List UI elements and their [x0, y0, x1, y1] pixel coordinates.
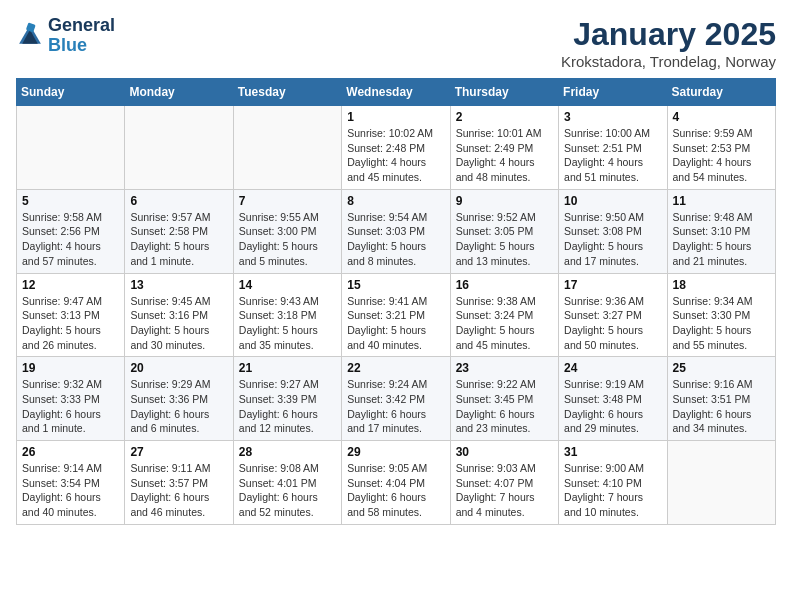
calendar-cell: 20Sunrise: 9:29 AM Sunset: 3:36 PM Dayli…	[125, 357, 233, 441]
day-number: 5	[22, 194, 119, 208]
calendar-cell: 31Sunrise: 9:00 AM Sunset: 4:10 PM Dayli…	[559, 441, 667, 525]
day-info: Sunrise: 9:24 AM Sunset: 3:42 PM Dayligh…	[347, 377, 444, 436]
calendar-cell: 2Sunrise: 10:01 AM Sunset: 2:49 PM Dayli…	[450, 106, 558, 190]
day-number: 13	[130, 278, 227, 292]
calendar-cell: 13Sunrise: 9:45 AM Sunset: 3:16 PM Dayli…	[125, 273, 233, 357]
calendar-cell	[17, 106, 125, 190]
day-info: Sunrise: 9:08 AM Sunset: 4:01 PM Dayligh…	[239, 461, 336, 520]
day-number: 31	[564, 445, 661, 459]
day-number: 16	[456, 278, 553, 292]
day-number: 6	[130, 194, 227, 208]
calendar-cell: 21Sunrise: 9:27 AM Sunset: 3:39 PM Dayli…	[233, 357, 341, 441]
calendar-cell: 23Sunrise: 9:22 AM Sunset: 3:45 PM Dayli…	[450, 357, 558, 441]
calendar-cell: 5Sunrise: 9:58 AM Sunset: 2:56 PM Daylig…	[17, 189, 125, 273]
logo-text: General Blue	[48, 16, 115, 56]
day-number: 24	[564, 361, 661, 375]
day-number: 15	[347, 278, 444, 292]
day-number: 18	[673, 278, 770, 292]
weekday-header: Tuesday	[233, 79, 341, 106]
day-info: Sunrise: 9:22 AM Sunset: 3:45 PM Dayligh…	[456, 377, 553, 436]
calendar-cell: 9Sunrise: 9:52 AM Sunset: 3:05 PM Daylig…	[450, 189, 558, 273]
day-number: 1	[347, 110, 444, 124]
day-number: 30	[456, 445, 553, 459]
calendar-cell: 15Sunrise: 9:41 AM Sunset: 3:21 PM Dayli…	[342, 273, 450, 357]
day-info: Sunrise: 9:55 AM Sunset: 3:00 PM Dayligh…	[239, 210, 336, 269]
logo: General Blue	[16, 16, 115, 56]
calendar-header: SundayMondayTuesdayWednesdayThursdayFrid…	[17, 79, 776, 106]
calendar-cell: 3Sunrise: 10:00 AM Sunset: 2:51 PM Dayli…	[559, 106, 667, 190]
day-number: 27	[130, 445, 227, 459]
calendar-cell	[667, 441, 775, 525]
calendar-cell: 19Sunrise: 9:32 AM Sunset: 3:33 PM Dayli…	[17, 357, 125, 441]
day-number: 4	[673, 110, 770, 124]
day-number: 22	[347, 361, 444, 375]
calendar-week-row: 5Sunrise: 9:58 AM Sunset: 2:56 PM Daylig…	[17, 189, 776, 273]
weekday-header: Sunday	[17, 79, 125, 106]
calendar-cell: 22Sunrise: 9:24 AM Sunset: 3:42 PM Dayli…	[342, 357, 450, 441]
day-number: 3	[564, 110, 661, 124]
day-number: 29	[347, 445, 444, 459]
calendar-cell: 30Sunrise: 9:03 AM Sunset: 4:07 PM Dayli…	[450, 441, 558, 525]
calendar-cell: 11Sunrise: 9:48 AM Sunset: 3:10 PM Dayli…	[667, 189, 775, 273]
calendar-week-row: 19Sunrise: 9:32 AM Sunset: 3:33 PM Dayli…	[17, 357, 776, 441]
calendar-cell: 7Sunrise: 9:55 AM Sunset: 3:00 PM Daylig…	[233, 189, 341, 273]
day-info: Sunrise: 9:14 AM Sunset: 3:54 PM Dayligh…	[22, 461, 119, 520]
title-block: January 2025 Krokstadora, Trondelag, Nor…	[561, 16, 776, 70]
day-info: Sunrise: 9:58 AM Sunset: 2:56 PM Dayligh…	[22, 210, 119, 269]
calendar-cell: 14Sunrise: 9:43 AM Sunset: 3:18 PM Dayli…	[233, 273, 341, 357]
day-number: 10	[564, 194, 661, 208]
day-info: Sunrise: 9:34 AM Sunset: 3:30 PM Dayligh…	[673, 294, 770, 353]
calendar-cell: 29Sunrise: 9:05 AM Sunset: 4:04 PM Dayli…	[342, 441, 450, 525]
day-info: Sunrise: 10:02 AM Sunset: 2:48 PM Daylig…	[347, 126, 444, 185]
day-number: 20	[130, 361, 227, 375]
day-info: Sunrise: 9:38 AM Sunset: 3:24 PM Dayligh…	[456, 294, 553, 353]
day-info: Sunrise: 9:36 AM Sunset: 3:27 PM Dayligh…	[564, 294, 661, 353]
day-info: Sunrise: 9:16 AM Sunset: 3:51 PM Dayligh…	[673, 377, 770, 436]
calendar-cell: 4Sunrise: 9:59 AM Sunset: 2:53 PM Daylig…	[667, 106, 775, 190]
day-number: 21	[239, 361, 336, 375]
page-header: General Blue January 2025 Krokstadora, T…	[16, 16, 776, 70]
calendar-cell: 28Sunrise: 9:08 AM Sunset: 4:01 PM Dayli…	[233, 441, 341, 525]
day-info: Sunrise: 10:00 AM Sunset: 2:51 PM Daylig…	[564, 126, 661, 185]
calendar-week-row: 1Sunrise: 10:02 AM Sunset: 2:48 PM Dayli…	[17, 106, 776, 190]
calendar-cell: 1Sunrise: 10:02 AM Sunset: 2:48 PM Dayli…	[342, 106, 450, 190]
day-info: Sunrise: 9:59 AM Sunset: 2:53 PM Dayligh…	[673, 126, 770, 185]
day-info: Sunrise: 9:00 AM Sunset: 4:10 PM Dayligh…	[564, 461, 661, 520]
day-info: Sunrise: 9:48 AM Sunset: 3:10 PM Dayligh…	[673, 210, 770, 269]
calendar-cell: 12Sunrise: 9:47 AM Sunset: 3:13 PM Dayli…	[17, 273, 125, 357]
day-info: Sunrise: 9:50 AM Sunset: 3:08 PM Dayligh…	[564, 210, 661, 269]
day-info: Sunrise: 9:29 AM Sunset: 3:36 PM Dayligh…	[130, 377, 227, 436]
calendar-subtitle: Krokstadora, Trondelag, Norway	[561, 53, 776, 70]
calendar-week-row: 26Sunrise: 9:14 AM Sunset: 3:54 PM Dayli…	[17, 441, 776, 525]
day-info: Sunrise: 9:57 AM Sunset: 2:58 PM Dayligh…	[130, 210, 227, 269]
weekday-header: Friday	[559, 79, 667, 106]
calendar-cell: 25Sunrise: 9:16 AM Sunset: 3:51 PM Dayli…	[667, 357, 775, 441]
weekday-row: SundayMondayTuesdayWednesdayThursdayFrid…	[17, 79, 776, 106]
day-number: 8	[347, 194, 444, 208]
day-number: 26	[22, 445, 119, 459]
day-info: Sunrise: 10:01 AM Sunset: 2:49 PM Daylig…	[456, 126, 553, 185]
day-info: Sunrise: 9:47 AM Sunset: 3:13 PM Dayligh…	[22, 294, 119, 353]
calendar-cell: 24Sunrise: 9:19 AM Sunset: 3:48 PM Dayli…	[559, 357, 667, 441]
day-number: 2	[456, 110, 553, 124]
calendar-cell: 18Sunrise: 9:34 AM Sunset: 3:30 PM Dayli…	[667, 273, 775, 357]
day-info: Sunrise: 9:43 AM Sunset: 3:18 PM Dayligh…	[239, 294, 336, 353]
calendar-title: January 2025	[561, 16, 776, 53]
calendar-cell	[125, 106, 233, 190]
calendar-week-row: 12Sunrise: 9:47 AM Sunset: 3:13 PM Dayli…	[17, 273, 776, 357]
day-info: Sunrise: 9:11 AM Sunset: 3:57 PM Dayligh…	[130, 461, 227, 520]
calendar-cell: 8Sunrise: 9:54 AM Sunset: 3:03 PM Daylig…	[342, 189, 450, 273]
logo-icon	[16, 22, 44, 50]
day-number: 17	[564, 278, 661, 292]
weekday-header: Wednesday	[342, 79, 450, 106]
calendar-cell	[233, 106, 341, 190]
calendar-body: 1Sunrise: 10:02 AM Sunset: 2:48 PM Dayli…	[17, 106, 776, 525]
day-number: 12	[22, 278, 119, 292]
calendar-cell: 10Sunrise: 9:50 AM Sunset: 3:08 PM Dayli…	[559, 189, 667, 273]
day-number: 19	[22, 361, 119, 375]
day-info: Sunrise: 9:03 AM Sunset: 4:07 PM Dayligh…	[456, 461, 553, 520]
day-number: 9	[456, 194, 553, 208]
day-info: Sunrise: 9:19 AM Sunset: 3:48 PM Dayligh…	[564, 377, 661, 436]
day-info: Sunrise: 9:27 AM Sunset: 3:39 PM Dayligh…	[239, 377, 336, 436]
calendar-table: SundayMondayTuesdayWednesdayThursdayFrid…	[16, 78, 776, 525]
